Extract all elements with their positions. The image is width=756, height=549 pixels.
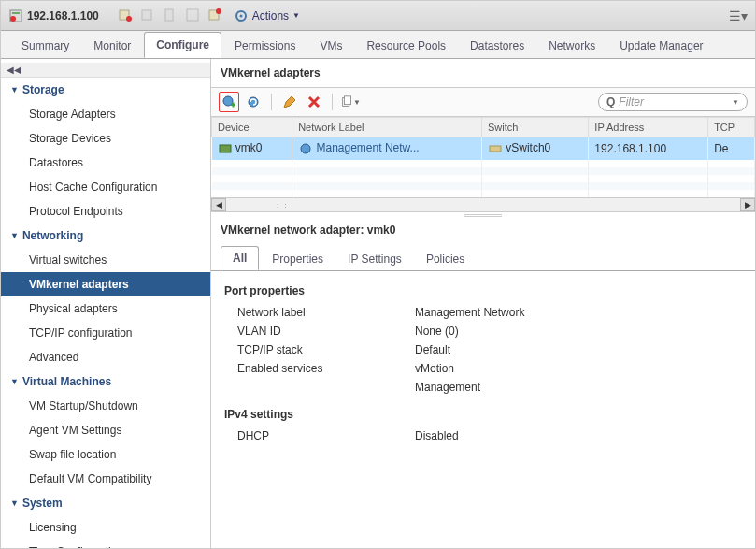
- pencil-icon: [282, 94, 297, 109]
- sidebar-item-time-configuration[interactable]: Time Configuration: [1, 540, 210, 548]
- triangle-down-icon: ▼: [10, 85, 19, 94]
- scroll-right-arrow[interactable]: ▶: [740, 198, 755, 211]
- sidebar-item-virtual-switches[interactable]: Virtual switches: [1, 248, 210, 272]
- chevron-down-icon: ▼: [732, 98, 739, 107]
- cell-tcp: De: [708, 137, 755, 161]
- sidebar-item-vm-startup-shutdown[interactable]: VM Startup/Shutdown: [1, 394, 210, 418]
- header-icon-4[interactable]: [185, 7, 202, 24]
- sidebar-item-datastores[interactable]: Datastores: [1, 151, 210, 175]
- content-pane: VMkernel adapters ▼ Q Filter: [211, 59, 755, 548]
- svg-rect-20: [490, 146, 501, 152]
- table-row[interactable]: vmk0 Management Netw... vSwitch0192.168.…: [212, 137, 755, 161]
- sidebar-item-licensing[interactable]: Licensing: [1, 515, 210, 540]
- prop-label: Enabled services: [237, 362, 415, 375]
- sidebar-group-storage[interactable]: ▼Storage: [1, 78, 210, 102]
- toolbar-divider: [271, 94, 272, 110]
- tab-summary[interactable]: Summary: [10, 34, 80, 58]
- add-adapter-icon: [221, 94, 236, 109]
- svg-point-4: [126, 16, 132, 22]
- sidebar-item-storage-devices[interactable]: Storage Devices: [1, 126, 210, 151]
- edit-button[interactable]: [279, 92, 300, 112]
- tab-permissions[interactable]: Permissions: [223, 34, 307, 58]
- header-action-icons: [118, 7, 224, 24]
- sidebar-item-physical-adapters[interactable]: Physical adapters: [1, 296, 210, 321]
- actions-dropdown[interactable]: Actions ▼: [234, 8, 300, 23]
- detail-tab-properties[interactable]: Properties: [261, 248, 335, 270]
- table-row-empty: [212, 175, 755, 182]
- sidebar-collapse[interactable]: ◀◀: [1, 63, 210, 78]
- sidebar-item-tcp-ip-configuration[interactable]: TCP/IP configuration: [1, 321, 210, 345]
- detail-tab-all[interactable]: All: [221, 246, 259, 270]
- copy-button[interactable]: ▼: [340, 92, 361, 112]
- detail-title: VMkernel network adapter: vmk0: [211, 218, 755, 242]
- svg-point-19: [301, 144, 310, 153]
- host-icon: [8, 8, 23, 23]
- sidebar-item-vmkernel-adapters[interactable]: VMkernel adapters: [1, 272, 210, 296]
- table-hscrollbar[interactable]: ◀ : : ▶: [211, 197, 755, 212]
- col-device[interactable]: Device: [212, 118, 292, 137]
- col-network-label[interactable]: Network Label: [292, 118, 482, 137]
- header-icon-5[interactable]: [207, 7, 224, 24]
- sidebar-item-host-cache-configuration[interactable]: Host Cache Configuration: [1, 175, 210, 199]
- tab-vms[interactable]: VMs: [308, 34, 353, 58]
- col-tcp[interactable]: TCP: [708, 118, 755, 137]
- ipv4-heading: IPv4 settings: [224, 408, 742, 421]
- scroll-left-arrow[interactable]: ◀: [211, 198, 226, 211]
- cell-switch: vSwitch0: [506, 141, 550, 154]
- svg-rect-14: [233, 103, 235, 108]
- cell-ip: 192.168.1.100: [589, 137, 708, 161]
- sidebar-item-protocol-endpoints[interactable]: Protocol Endpoints: [1, 199, 210, 224]
- prop-row: DHCPDisabled: [224, 426, 742, 445]
- header-right-icon[interactable]: ☰▾: [729, 8, 748, 23]
- sidebar-item-swap-file-location[interactable]: Swap file location: [1, 442, 210, 467]
- triangle-down-icon: ▼: [10, 231, 19, 240]
- sidebar-group-system[interactable]: ▼System: [1, 491, 210, 515]
- header-icon-3[interactable]: [163, 7, 179, 24]
- detail-tabs: AllPropertiesIP SettingsPolicies: [211, 246, 755, 271]
- sidebar-group-virtual-machines[interactable]: ▼Virtual Machines: [1, 369, 210, 394]
- filter-input[interactable]: Q Filter ▼: [598, 93, 748, 111]
- sidebar-item-advanced[interactable]: Advanced: [1, 345, 210, 369]
- sidebar: ◀◀ ▼StorageStorage AdaptersStorage Devic…: [1, 59, 211, 548]
- svg-rect-17: [344, 96, 350, 105]
- sidebar-group-networking[interactable]: ▼Networking: [1, 224, 210, 248]
- search-icon: Q: [606, 95, 615, 108]
- svg-rect-5: [142, 10, 151, 20]
- detail-tab-policies[interactable]: Policies: [415, 248, 476, 270]
- sidebar-item-storage-adapters[interactable]: Storage Adapters: [1, 102, 210, 126]
- prop-value: vMotion: [415, 362, 454, 375]
- add-adapter-button[interactable]: [219, 92, 239, 112]
- svg-rect-18: [220, 145, 231, 152]
- tab-resource-pools[interactable]: Resource Pools: [355, 34, 457, 58]
- header-icon-2[interactable]: [140, 7, 157, 24]
- prop-label: DHCP: [237, 429, 415, 442]
- sidebar-item-default-vm-compatibility[interactable]: Default VM Compatibility: [1, 467, 210, 491]
- cell-device: vmk0: [235, 141, 263, 154]
- tab-configure[interactable]: Configure: [144, 32, 221, 58]
- detail-tab-ip-settings[interactable]: IP Settings: [336, 248, 413, 270]
- delete-button[interactable]: [304, 92, 324, 112]
- tab-datastores[interactable]: Datastores: [459, 34, 535, 58]
- switch-icon: [488, 141, 503, 156]
- tab-update-manager[interactable]: Update Manager: [608, 34, 714, 58]
- delete-x-icon: [307, 94, 321, 109]
- sidebar-item-agent-vm-settings[interactable]: Agent VM Settings: [1, 418, 210, 442]
- scroll-grip[interactable]: : :: [277, 201, 289, 209]
- prop-row: TCP/IP stackDefault: [224, 340, 742, 359]
- col-ip-address[interactable]: IP Address: [589, 118, 708, 137]
- tab-monitor[interactable]: Monitor: [82, 34, 142, 58]
- prop-label: [237, 381, 415, 394]
- header-icon-1[interactable]: [118, 7, 135, 24]
- copy-icon: [340, 94, 353, 109]
- table-row-empty: [212, 190, 755, 197]
- col-switch[interactable]: Switch: [481, 118, 588, 137]
- refresh-button[interactable]: [243, 92, 264, 112]
- tab-networks[interactable]: Networks: [537, 34, 606, 58]
- cell-network: Management Netw...: [317, 141, 420, 154]
- vmk-icon: [218, 141, 233, 156]
- prop-value: Disabled: [415, 429, 459, 442]
- detail-title-value: vmk0: [367, 224, 396, 237]
- toolbar: ▼ Q Filter ▼: [211, 87, 755, 117]
- prop-value: Default: [415, 343, 450, 356]
- svg-point-9: [216, 8, 221, 14]
